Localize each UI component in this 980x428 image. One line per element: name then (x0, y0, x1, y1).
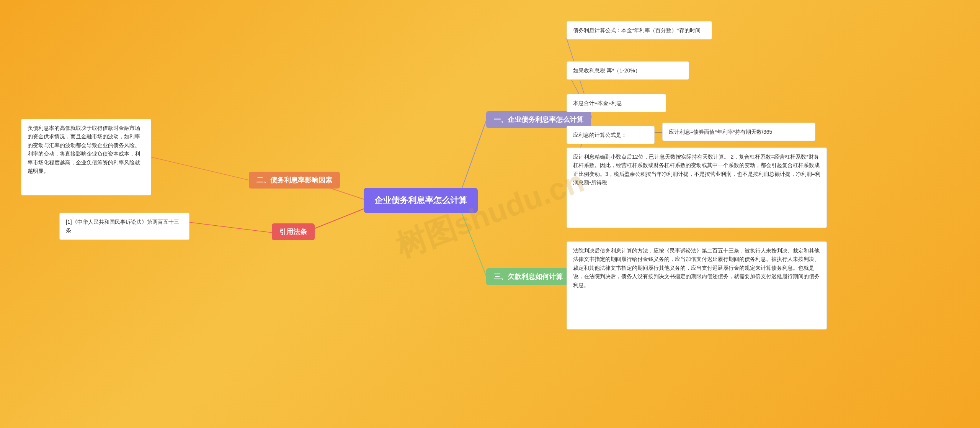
box-tax-formula: 如果收利息税 再*（1-20%） (567, 61, 689, 80)
watermark: 树图shudu.cn (390, 161, 590, 267)
branch-node-2: 二、债务利息率影响因素 (249, 172, 340, 189)
svg-line-2 (459, 207, 486, 276)
svg-line-0 (459, 121, 486, 195)
box-court-interest: 法院判决后债务利息计算的方法，应按《民事诉讼法》第二百五十三条，被执行人未按判决… (567, 241, 827, 330)
svg-line-9 (151, 157, 249, 180)
svg-line-3 (306, 209, 364, 232)
box-accrued-label: 应利息的计算公式是： (567, 126, 655, 144)
svg-line-10 (189, 222, 272, 233)
branch-node-3: 三、欠款利息如何计算 (486, 268, 570, 285)
box-detail-notes: 应计利息精确到小数点后12位，已计息天数按实际持有天数计算。 2，复合杠杆系数=… (567, 148, 827, 228)
box-accrued-formula: 应计利息=债券面值*年利率*持有期天数/365 (662, 123, 815, 141)
box-left-factors: 负债利息率的高低就取决于取得借款时金融市场的资金供求情况，而且金融市场的波动，如… (21, 119, 151, 195)
box-principal-interest: 本息合计=本金+利息 (567, 94, 666, 112)
box-yinyong-content: [1]《中华人民共和国民事诉讼法》第两百五十三条 (59, 213, 189, 240)
branch-node-yinyong: 引用法条 (272, 223, 315, 240)
box-interest-formula: 债务利息计算公式：本金*年利率（百分数）*存的时间 (567, 21, 712, 39)
center-node: 企业债务利息率怎么计算 (364, 188, 478, 213)
